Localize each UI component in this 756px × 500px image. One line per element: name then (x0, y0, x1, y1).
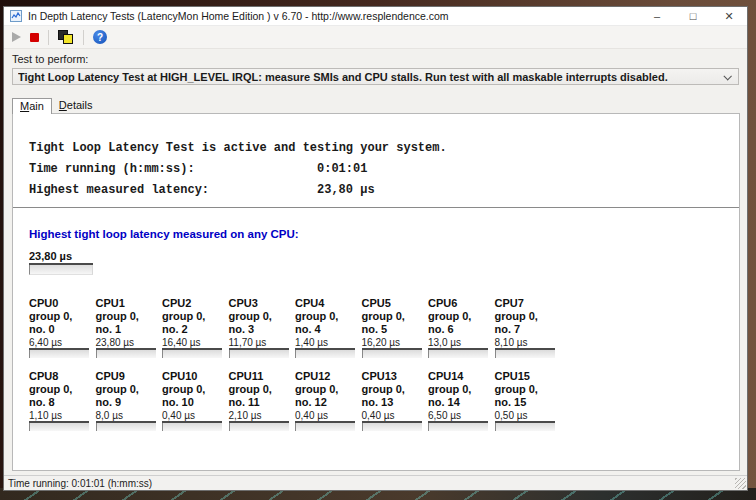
test-active-line: Tight Loop Latency Test is active and te… (29, 138, 725, 159)
cpu-latency-bar (495, 350, 555, 358)
chevron-down-icon (723, 72, 731, 80)
cpu-cell-0: CPU0group 0,no. 06,40 µs (29, 297, 89, 358)
cpu-latency-value: 6,50 µs (428, 409, 488, 423)
cpu-name: CPU12 (295, 370, 355, 383)
cpu-latency-bar (495, 423, 555, 431)
cpu-name: CPU8 (29, 370, 89, 383)
cpu-cell-5: CPU5group 0,no. 516,20 µs (362, 297, 422, 358)
time-running-label: Time running (h:mm:ss): (29, 159, 317, 180)
cpu-cell-13: CPU13group 0,no. 130,40 µs (362, 370, 422, 431)
cpu-latency-value: 0,50 µs (495, 409, 555, 423)
cpu-group-label: group 0, (29, 383, 89, 396)
stop-test-icon[interactable] (30, 33, 39, 42)
cpu-latency-bar (362, 423, 422, 431)
toolbar-separator (83, 30, 84, 45)
cpu-cell-7: CPU7group 0,no. 78,10 µs (495, 297, 555, 358)
minimize-button[interactable]: – (639, 7, 675, 25)
latencymon-window: In Depth Latency Tests (LatencyMon Home … (3, 6, 748, 491)
cpu-name: CPU15 (495, 370, 555, 383)
cpu-number-label: no. 7 (495, 323, 555, 336)
cpu-latency-value: 11,70 µs (229, 336, 289, 350)
highest-latency-row: Highest measured latency:23,80 µs (29, 180, 725, 201)
cpu-latency-value: 2,10 µs (229, 409, 289, 423)
cpu-number-label: no. 9 (96, 396, 156, 409)
cpu-group-label: group 0, (362, 310, 422, 323)
cpu-latency-bar (428, 423, 488, 431)
time-running-row: Time running (h:mm:ss):0:01:01 (29, 159, 725, 180)
resize-grip[interactable] (735, 478, 746, 489)
cpu-latency-bar (96, 423, 156, 431)
cpu-latency-bar (428, 350, 488, 358)
toolbar: ? (4, 25, 747, 48)
cpu-name: CPU6 (428, 297, 488, 310)
cpu-latency-bar (162, 423, 222, 431)
cpu-group-label: group 0, (229, 383, 289, 396)
cpu-number-label: no. 8 (29, 396, 89, 409)
highest-latency-gauge-value: 23,80 µs (29, 250, 93, 265)
cpu-group-label: group 0, (162, 383, 222, 396)
latency-chart-section: Highest tight loop latency measured on a… (13, 208, 739, 470)
cpu-cell-14: CPU14group 0,no. 146,50 µs (428, 370, 488, 431)
tab-main[interactable]: Main (12, 98, 52, 114)
cpu-number-label: no. 1 (96, 323, 156, 336)
test-select-dropdown[interactable]: Tight Loop Latency Test at HIGH_LEVEL IR… (12, 68, 739, 85)
cpu-name: CPU14 (428, 370, 488, 383)
cpu-cell-6: CPU6group 0,no. 613,0 µs (428, 297, 488, 358)
test-to-perform-label: Test to perform: (12, 53, 739, 65)
help-icon[interactable]: ? (93, 30, 107, 44)
cpu-number-label: no. 0 (29, 323, 89, 336)
cpu-cell-3: CPU3group 0,no. 311,70 µs (229, 297, 289, 358)
cpu-name: CPU2 (162, 297, 222, 310)
cpu-latency-bar (362, 350, 422, 358)
tab-bar: MainDetails (12, 97, 747, 113)
toolbar-separator (48, 30, 49, 45)
tab-details[interactable]: Details (52, 98, 100, 113)
cpu-number-label: no. 3 (229, 323, 289, 336)
cpu-number-label: no. 14 (428, 396, 488, 409)
main-tab-content: Tight Loop Latency Test is active and te… (12, 113, 740, 471)
test-to-perform-section: Test to perform: Tight Loop Latency Test… (4, 48, 747, 90)
cpu-latency-value: 1,40 µs (295, 336, 355, 350)
cpu-group-label: group 0, (495, 310, 555, 323)
cpu-name: CPU9 (96, 370, 156, 383)
close-button[interactable]: ✕ (711, 7, 747, 25)
cpu-cell-2: CPU2group 0,no. 216,40 µs (162, 297, 222, 358)
cpu-number-label: no. 5 (362, 323, 422, 336)
start-test-icon[interactable] (12, 32, 21, 42)
time-running-value: 0:01:01 (317, 162, 367, 176)
highest-latency-gauge-bar (29, 265, 93, 275)
cpu-name: CPU11 (229, 370, 289, 383)
app-icon (10, 10, 22, 22)
cpu-latency-bar (229, 350, 289, 358)
cpu-name: CPU5 (362, 297, 422, 310)
cpu-group-label: group 0, (96, 310, 156, 323)
cpu-latency-bar (295, 423, 355, 431)
cpu-group-label: group 0, (295, 383, 355, 396)
cpu-name: CPU0 (29, 297, 89, 310)
cpu-name: CPU7 (495, 297, 555, 310)
cpu-number-label: no. 2 (162, 323, 222, 336)
cpu-group-label: group 0, (495, 383, 555, 396)
cpu-cell-9: CPU9group 0,no. 98,0 µs (96, 370, 156, 431)
cpu-latency-value: 0,40 µs (162, 409, 222, 423)
cpu-group-label: group 0, (295, 310, 355, 323)
cpu-group-label: group 0, (229, 310, 289, 323)
windows-layers-icon[interactable] (58, 30, 74, 45)
cpu-number-label: no. 10 (162, 396, 222, 409)
maximize-button[interactable]: □ (675, 7, 711, 25)
cpu-group-label: group 0, (428, 383, 488, 396)
cpu-latency-value: 6,40 µs (29, 336, 89, 350)
cpu-latency-bar (96, 350, 156, 358)
cpu-latency-value: 13,0 µs (428, 336, 488, 350)
cpu-latency-bar (29, 350, 89, 358)
cpu-name: CPU4 (295, 297, 355, 310)
cpu-latency-bar (295, 350, 355, 358)
cpu-number-label: no. 4 (295, 323, 355, 336)
cpu-group-label: group 0, (428, 310, 488, 323)
cpu-number-label: no. 6 (428, 323, 488, 336)
title-bar[interactable]: In Depth Latency Tests (LatencyMon Home … (4, 7, 747, 25)
window-controls: – □ ✕ (639, 7, 747, 25)
cpu-latency-bar (162, 350, 222, 358)
cpu-latency-value: 1,10 µs (29, 409, 89, 423)
cpu-latency-value: 0,40 µs (362, 409, 422, 423)
